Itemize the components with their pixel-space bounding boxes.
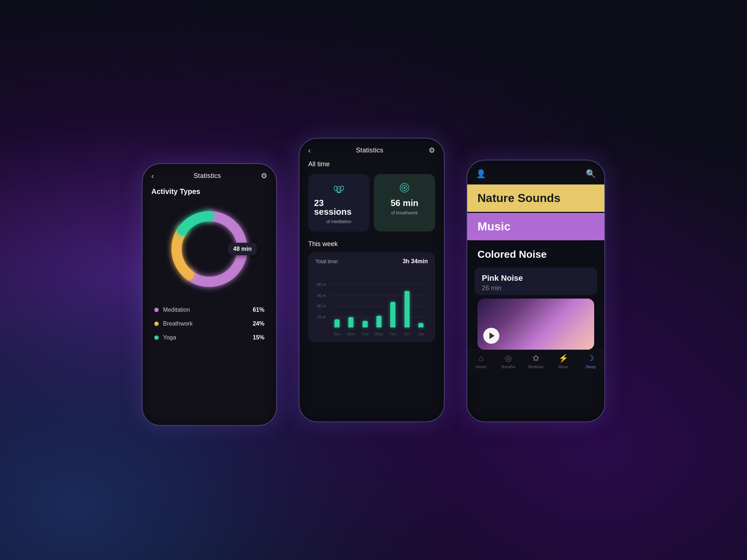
phone-sleep-sounds: 👤 🔍 Nature Sounds Music Colored Noise Pi… bbox=[467, 160, 605, 422]
phone1-header: ‹ Statistics ⚙ bbox=[143, 164, 276, 184]
phone-statistics: ‹ Statistics ⚙ All time 23 sessions of m… bbox=[299, 138, 445, 422]
legend-item-yoga: Yoga 15% bbox=[154, 331, 264, 345]
bar-mon bbox=[344, 317, 358, 327]
yoga-pct: 15% bbox=[253, 334, 264, 341]
lotus-icon bbox=[332, 181, 345, 196]
bar-wed bbox=[372, 316, 386, 327]
stat-card-breathwork[interactable]: 56 min of breathwork bbox=[374, 174, 435, 232]
day-thu: Thu bbox=[386, 332, 400, 336]
grid-label-15m: 15 m bbox=[317, 315, 326, 319]
nav-meditate[interactable]: ✿ Meditate bbox=[522, 354, 549, 369]
day-mon: Mon bbox=[344, 332, 358, 336]
meditation-label: Meditation bbox=[163, 307, 190, 313]
user-icon[interactable]: 👤 bbox=[476, 169, 486, 179]
bar-value-sun bbox=[334, 319, 340, 327]
breathwork-min-label: of breathwork bbox=[391, 210, 418, 215]
nav-sleep[interactable]: ☽ Sleep bbox=[577, 354, 604, 369]
breathwork-label: Breathwork bbox=[163, 320, 193, 327]
legend-item-breathwork: Breathwork 24% bbox=[154, 317, 264, 331]
day-tue: Tue bbox=[358, 332, 372, 336]
bar-chart: 60 m 45 m 30 m 15 m bbox=[316, 271, 428, 336]
grid-label-30m: 30 m bbox=[317, 304, 326, 308]
breathe-label: Breathe bbox=[502, 365, 516, 369]
breathwork-min-number: 56 min bbox=[391, 199, 418, 207]
activity-types-title: Activity Types bbox=[143, 184, 276, 202]
back-button-1[interactable]: ‹ bbox=[151, 172, 154, 180]
category-nature-sounds[interactable]: Nature Sounds bbox=[467, 184, 604, 212]
sleep-icon: ☽ bbox=[587, 354, 594, 363]
bar-tue bbox=[358, 321, 372, 327]
this-week-label: This week bbox=[299, 239, 444, 252]
category-music[interactable]: Music bbox=[467, 213, 604, 240]
breathwork-pct: 24% bbox=[253, 320, 264, 327]
total-time-value: 3h 34min bbox=[403, 258, 428, 265]
bar-thu bbox=[386, 302, 400, 327]
nature-sounds-title: Nature Sounds bbox=[477, 192, 594, 205]
settings-icon-2[interactable]: ⚙ bbox=[429, 146, 435, 155]
activity-legend: Meditation 61% Breathwork 24% Yoga 15% bbox=[143, 300, 276, 352]
svg-point-12 bbox=[404, 187, 406, 189]
day-fri: Fri bbox=[400, 332, 414, 336]
phone-activity-types: ‹ Statistics ⚙ Activity Types 48 min Med… bbox=[142, 163, 277, 426]
search-icon[interactable]: 🔍 bbox=[586, 169, 596, 179]
circle-target-icon bbox=[398, 181, 411, 196]
stat-card-meditation[interactable]: 23 sessions of meditation bbox=[308, 174, 369, 232]
day-wed: Wed bbox=[372, 332, 386, 336]
meditation-pct: 61% bbox=[253, 307, 264, 313]
back-button-2[interactable]: ‹ bbox=[308, 146, 311, 155]
move-label: Move bbox=[558, 365, 568, 369]
meditation-sessions-number: 23 sessions bbox=[314, 199, 364, 216]
nav-move[interactable]: ⚡ Move bbox=[550, 354, 577, 369]
phone2-title: Statistics bbox=[356, 147, 383, 154]
play-button[interactable] bbox=[483, 328, 499, 344]
meditate-label: Meditate bbox=[528, 365, 543, 369]
settings-icon-1[interactable]: ⚙ bbox=[261, 171, 267, 180]
grid-label-60m: 60 m bbox=[317, 282, 326, 287]
music-title: Music bbox=[477, 220, 594, 233]
legend-item-meditation: Meditation 61% bbox=[154, 303, 264, 317]
colored-noise-title: Colored Noise bbox=[477, 249, 594, 260]
donut-chart-container: 48 min bbox=[143, 202, 276, 300]
pink-noise-title: Pink Noise bbox=[482, 273, 590, 283]
day-sun: Sun bbox=[330, 332, 344, 336]
bar-sat bbox=[414, 323, 428, 327]
yoga-dot bbox=[154, 335, 159, 340]
pink-noise-card[interactable]: Pink Noise 26 min bbox=[475, 268, 597, 295]
bar-value-wed bbox=[376, 316, 382, 327]
meditate-icon: ✿ bbox=[533, 354, 539, 363]
bar-day-labels: Sun Mon Tue Wed Thu Fri Sat bbox=[330, 332, 428, 336]
bars-area bbox=[330, 271, 428, 327]
donut-center-label: 48 min bbox=[228, 243, 257, 255]
move-icon: ⚡ bbox=[558, 354, 568, 363]
colored-noise-section: Colored Noise Pink Noise 26 min bbox=[467, 241, 604, 350]
breathwork-dot bbox=[154, 322, 159, 326]
bar-value-sat bbox=[418, 323, 423, 327]
pink-noise-duration: 26 min bbox=[482, 284, 590, 292]
bar-value-tue bbox=[363, 321, 368, 327]
stats-cards-container: 23 sessions of meditation 56 min of brea… bbox=[299, 174, 444, 239]
bar-chart-card: Total time: 3h 34min 60 m 45 m 30 m 15 m bbox=[308, 252, 435, 342]
sleep-label: Sleep bbox=[585, 365, 596, 369]
bar-value-fri bbox=[405, 291, 410, 327]
home-label: Home bbox=[476, 365, 486, 369]
bar-value-mon bbox=[348, 317, 353, 327]
meditation-sessions-label: of meditation bbox=[326, 219, 352, 224]
breathe-icon: ◎ bbox=[505, 354, 512, 363]
noise-player bbox=[477, 299, 594, 350]
meditation-dot bbox=[154, 308, 159, 312]
nav-breathe[interactable]: ◎ Breathe bbox=[495, 354, 522, 369]
nav-home[interactable]: ⌂ Home bbox=[467, 354, 495, 369]
play-triangle-icon bbox=[489, 332, 495, 339]
all-time-label: All time bbox=[299, 159, 444, 174]
noise-content: Colored Noise bbox=[467, 241, 604, 268]
bar-sun bbox=[330, 319, 344, 327]
day-sat: Sat bbox=[414, 332, 428, 336]
phone1-title: Statistics bbox=[194, 172, 221, 180]
chart-header: Total time: 3h 34min bbox=[316, 258, 428, 265]
bar-fri bbox=[400, 291, 414, 327]
bottom-navigation: ⌂ Home ◎ Breathe ✿ Meditate ⚡ Move ☽ Sle… bbox=[467, 350, 604, 374]
phone2-header: ‹ Statistics ⚙ bbox=[299, 139, 444, 159]
yoga-label: Yoga bbox=[163, 334, 176, 341]
total-time-label: Total time: bbox=[316, 258, 339, 264]
bar-value-thu bbox=[390, 302, 395, 327]
